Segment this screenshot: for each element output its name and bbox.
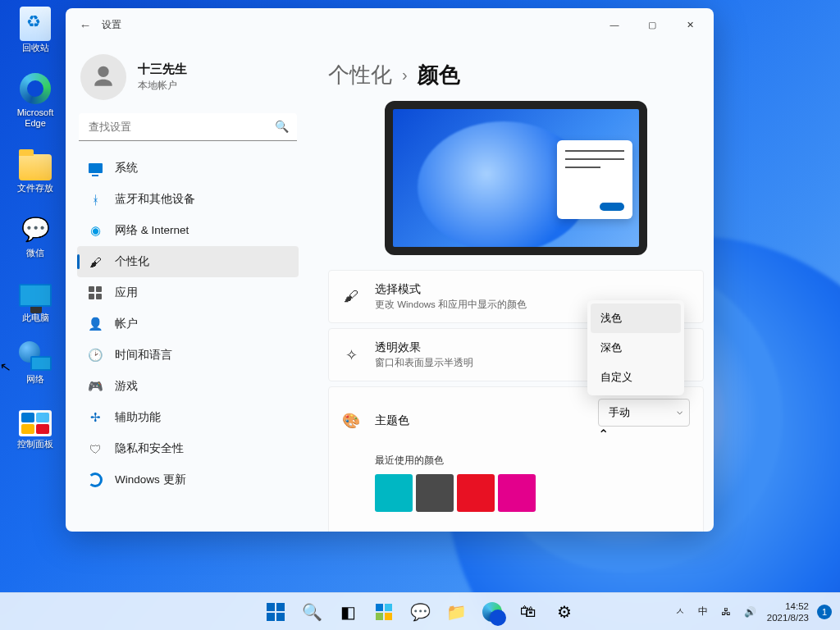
bluetooth-icon: ᚼ <box>87 191 103 208</box>
recent-colors-label: 最近使用的颜色 <box>375 454 690 468</box>
desktop-icon-network[interactable]: 网络 <box>7 341 64 385</box>
desktop-icon-wechat[interactable]: 💬微信 <box>7 212 64 258</box>
minimize-button[interactable]: — <box>596 11 633 38</box>
nav-network[interactable]: ◉网络 & Internet <box>77 215 299 246</box>
brush-icon: 🖌 <box>87 253 103 270</box>
window-title: 设置 <box>102 18 121 32</box>
tray-network-icon[interactable]: 🖧 <box>719 605 733 619</box>
wifi-icon: ◉ <box>87 222 103 239</box>
taskbar-widgets[interactable] <box>368 596 400 628</box>
taskbar-settings[interactable]: ⚙ <box>548 596 581 628</box>
breadcrumb-parent[interactable]: 个性化 <box>328 61 392 89</box>
taskbar-edge[interactable] <box>476 596 509 628</box>
person-icon: 👤 <box>87 316 103 332</box>
nav-gaming[interactable]: 🎮游戏 <box>77 371 299 402</box>
nav-personalization[interactable]: 🖌个性化 <box>77 246 299 277</box>
tray-ime[interactable]: 中 <box>696 603 710 620</box>
swatch-4[interactable] <box>498 474 536 512</box>
wallpaper-preview <box>385 101 647 255</box>
maximize-button[interactable]: ▢ <box>633 11 671 38</box>
tray-clock[interactable]: 14:52 2021/8/23 <box>767 600 809 623</box>
start-button[interactable] <box>259 596 292 628</box>
search-box: 🔍 <box>79 113 297 141</box>
desktop-icon-edge[interactable]: Microsoft Edge <box>7 71 64 129</box>
desktop-icon-controlpanel[interactable]: 控制面板 <box>7 403 64 450</box>
windows-colors-label: Windows 颜色 <box>375 530 690 532</box>
taskbar-taskview[interactable]: ◧ <box>331 596 364 628</box>
sparkle-icon: ✧ <box>342 346 360 364</box>
taskbar-chat[interactable]: 💬 <box>404 596 436 628</box>
chevron-right-icon: › <box>402 66 408 84</box>
nav-system[interactable]: 系统 <box>77 153 299 184</box>
profile[interactable]: 十三先生 本地帐户 <box>77 48 299 112</box>
taskbar-explorer[interactable]: 📁 <box>440 596 472 628</box>
swatch-2[interactable] <box>416 474 454 512</box>
nav-accessibility[interactable]: ✢辅助功能 <box>77 402 299 433</box>
nav-privacy[interactable]: 🛡隐私和安全性 <box>77 433 299 464</box>
breadcrumb: 个性化 › 颜色 <box>328 61 704 89</box>
chevron-up-icon[interactable]: ⌃ <box>598 427 609 441</box>
taskbar: 🔍 ◧ 💬 📁 🛍 ⚙ ㅅ 中 🖧 🔊 14:52 2021/8/23 1 <box>0 592 840 630</box>
paint-icon: 🖌 <box>342 288 360 306</box>
accent-mode-dropdown[interactable]: 手动 <box>598 399 690 427</box>
taskbar-store[interactable]: 🛍 <box>512 596 545 628</box>
mode-option-dark[interactable]: 深色 <box>591 333 681 363</box>
desktop-icon-recyclebin[interactable]: 回收站 <box>7 7 64 53</box>
desktop-icons: 回收站 Microsoft Edge 文件存放 💬微信 此电脑 网络 控制面板 <box>7 7 64 468</box>
close-button[interactable]: ✕ <box>671 11 709 38</box>
palette-icon: 🎨 <box>342 412 360 430</box>
titlebar: ← 设置 — ▢ ✕ <box>66 8 714 41</box>
tray-volume-icon[interactable]: 🔊 <box>742 605 759 619</box>
gamepad-icon: 🎮 <box>87 378 103 395</box>
tray-overflow[interactable]: ㅅ <box>673 603 687 620</box>
profile-name: 十三先生 <box>138 62 187 77</box>
update-icon <box>88 472 103 487</box>
mode-option-custom[interactable]: 自定义 <box>591 363 681 392</box>
nav-bluetooth[interactable]: ᚼ蓝牙和其他设备 <box>77 184 299 215</box>
profile-sub: 本地帐户 <box>138 79 187 93</box>
accessibility-icon: ✢ <box>87 409 103 426</box>
nav: 系统 ᚼ蓝牙和其他设备 ◉网络 & Internet 🖌个性化 应用 👤帐户 🕑… <box>77 153 299 532</box>
search-input[interactable] <box>79 113 297 141</box>
main-content: 个性化 › 颜色 🖌 选择模式 更改 Windows 和应用中显示的颜色 <box>310 41 714 532</box>
mode-menu: 浅色 深色 自定义 <box>587 300 684 395</box>
settings-window: ← 设置 — ▢ ✕ 十三先生 本地帐户 🔍 系统 ᚼ蓝牙和其他设备 <box>66 8 714 532</box>
avatar-icon <box>80 54 126 100</box>
breadcrumb-current: 颜色 <box>418 61 460 89</box>
sidebar: 十三先生 本地帐户 🔍 系统 ᚼ蓝牙和其他设备 ◉网络 & Internet 🖌… <box>66 41 310 532</box>
recent-swatches <box>375 474 690 512</box>
tray-notifications[interactable]: 1 <box>817 605 832 619</box>
clock-icon: 🕑 <box>87 347 103 363</box>
desktop-icon-thispc[interactable]: 此电脑 <box>7 276 64 323</box>
shield-icon: 🛡 <box>87 441 103 457</box>
accent-section: 🎨 主题色 手动 ⌃ 最近使用的颜色 Windows 颜 <box>328 386 704 532</box>
nav-time[interactable]: 🕑时间和语言 <box>77 340 299 371</box>
system-tray: ㅅ 中 🖧 🔊 14:52 2021/8/23 1 <box>673 600 840 623</box>
search-icon: 🔍 <box>275 120 289 133</box>
nav-apps[interactable]: 应用 <box>77 277 299 308</box>
swatch-1[interactable] <box>375 474 413 512</box>
taskbar-search[interactable]: 🔍 <box>295 596 328 628</box>
swatch-3[interactable] <box>457 474 495 512</box>
nav-update[interactable]: Windows 更新 <box>77 464 299 495</box>
back-button[interactable]: ← <box>71 10 100 39</box>
nav-accounts[interactable]: 👤帐户 <box>77 308 299 340</box>
mode-option-light[interactable]: 浅色 <box>591 304 681 333</box>
desktop-icon-folder[interactable]: 文件存放 <box>7 147 64 194</box>
